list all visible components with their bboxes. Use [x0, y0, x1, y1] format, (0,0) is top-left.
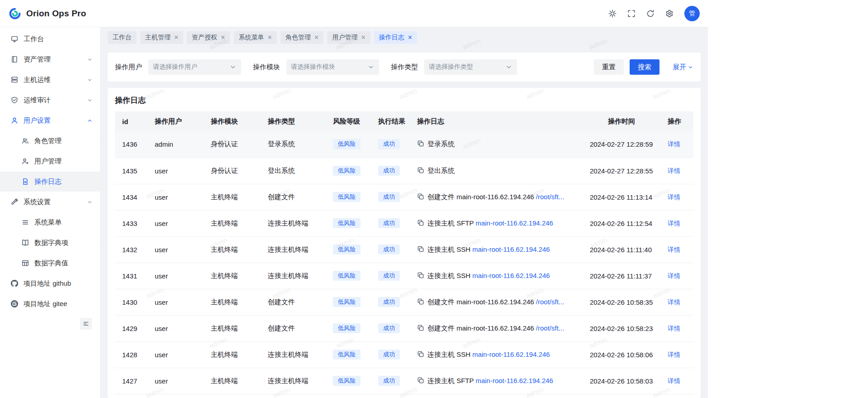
- log-link[interactable]: main-root-116.62.194.246: [472, 272, 550, 279]
- tab-host-management[interactable]: 主机管理×: [140, 31, 183, 44]
- tab-label: 角色管理: [285, 34, 311, 42]
- tab-close-icon[interactable]: ×: [221, 34, 225, 41]
- sidebar-item-data-dict-item[interactable]: 数据字典项: [0, 233, 100, 253]
- detail-link[interactable]: 详情: [668, 272, 680, 279]
- log-link[interactable]: main-root-116.62.194.246: [475, 377, 553, 384]
- tab-close-icon[interactable]: ×: [268, 34, 272, 41]
- detail-link[interactable]: 详情: [668, 351, 680, 358]
- tab-close-icon[interactable]: ×: [314, 34, 318, 41]
- table-row: 1433user主机终端连接主机终端低风险成功连接主机 SFTP main-ro…: [115, 210, 693, 236]
- tab-system-menu[interactable]: 系统菜单×: [234, 31, 277, 44]
- risk-badge: 低风险: [333, 245, 360, 255]
- sidebar-item-system-settings[interactable]: 系统设置: [0, 192, 100, 212]
- detail-link[interactable]: 详情: [668, 167, 680, 174]
- list-icon: [22, 219, 29, 226]
- cell-action: 详情: [660, 289, 693, 315]
- cell-user: user: [147, 289, 204, 315]
- settings-button[interactable]: [665, 10, 674, 18]
- detail-link[interactable]: 详情: [668, 246, 680, 253]
- cell-time: 2024-02-26 11:12:54: [583, 210, 660, 236]
- app-layout: 工作台资产管理主机运维运维审计用户设置角色管理用户管理操作日志系统设置系统菜单数…: [0, 27, 708, 398]
- sidebar-item-system-menu[interactable]: 系统菜单: [0, 212, 100, 232]
- cell-type: 创建文件: [261, 315, 326, 341]
- cell-id: 1436: [115, 131, 147, 158]
- detail-link[interactable]: 详情: [668, 298, 680, 306]
- log-link[interactable]: main-root-116.62.194.246: [472, 245, 550, 253]
- sidebar-item-operation-log[interactable]: 操作日志: [0, 172, 100, 192]
- tab-operation-log[interactable]: 操作日志×: [374, 31, 417, 44]
- cell-id: 1432: [115, 236, 147, 263]
- tab-role-management[interactable]: 角色管理×: [280, 31, 323, 44]
- sidebar-item-label: 用户设置: [24, 116, 51, 125]
- tab-close-icon[interactable]: ×: [174, 34, 178, 41]
- risk-badge: 低风险: [333, 166, 360, 176]
- cell-risk: 低风险: [326, 289, 371, 315]
- detail-link[interactable]: 详情: [668, 220, 680, 227]
- tab-user-management[interactable]: 用户管理×: [327, 31, 370, 44]
- log-text: 登出系统: [427, 167, 455, 174]
- sidebar-item-host-ops[interactable]: 主机运维: [0, 70, 100, 90]
- search-button[interactable]: 搜索: [630, 59, 659, 75]
- sidebar-item-user-management[interactable]: 用户管理: [0, 151, 100, 171]
- theme-toggle-button[interactable]: [608, 10, 617, 18]
- sidebar-collapse-button[interactable]: [80, 318, 92, 330]
- cell-id: 1431: [115, 263, 147, 289]
- copy-icon: [417, 193, 424, 200]
- detail-link[interactable]: 详情: [668, 140, 680, 148]
- log-link[interactable]: main-root-116.62.194.246: [472, 350, 550, 358]
- tab-workbench[interactable]: 工作台: [108, 31, 137, 44]
- operation-type-select[interactable]: 请选择操作类型: [424, 59, 517, 75]
- tab-label: 主机管理: [145, 34, 171, 42]
- user-icon: [11, 117, 18, 124]
- cell-module: 主机终端: [204, 263, 261, 289]
- cell-user: user: [147, 263, 204, 289]
- log-link[interactable]: main-root-116.62.194.246: [475, 219, 553, 227]
- sidebar-item-user-settings[interactable]: 用户设置: [0, 110, 100, 130]
- operation-module-select[interactable]: 请选择操作模块: [286, 59, 379, 75]
- reset-button[interactable]: 重置: [594, 59, 624, 75]
- user-add-icon: [22, 158, 29, 165]
- log-link[interactable]: /root/sft...: [536, 193, 564, 201]
- filter-operation-type: 操作类型请选择操作类型: [391, 59, 517, 75]
- log-link[interactable]: /root/sft...: [536, 324, 564, 332]
- tab-asset-authorization[interactable]: 资产授权×: [187, 31, 230, 44]
- tab-close-icon[interactable]: ×: [408, 34, 412, 41]
- cell-log: 创建文件 main-root-116.62.194.246 /root/sft.…: [410, 184, 583, 210]
- cell-id: 1433: [115, 210, 147, 236]
- cell-module: 主机终端: [204, 210, 261, 236]
- sidebar-item-gitee-link[interactable]: 项目地址 gitee: [0, 294, 100, 314]
- fullscreen-button[interactable]: [627, 10, 636, 18]
- sidebar-item-workbench[interactable]: 工作台: [0, 29, 100, 49]
- cell-log: 创建文件 main-root-116.62.194.246 /root/sft.…: [410, 289, 583, 315]
- sidebar-item-label: 工作台: [24, 35, 44, 43]
- table-row: 1434user主机终端创建文件低风险成功创建文件 main-root-116.…: [115, 184, 693, 210]
- sidebar-item-label: 系统菜单: [34, 218, 62, 227]
- operation-log-table: id操作用户操作模块操作类型风险等级执行结果操作日志操作时间操作 1436adm…: [115, 111, 693, 394]
- result-badge: 成功: [378, 297, 400, 307]
- cell-user: user: [147, 210, 204, 236]
- sidebar-item-github-link[interactable]: 项目地址 github: [0, 273, 100, 293]
- detail-link[interactable]: 详情: [668, 325, 680, 332]
- sidebar-item-role-management[interactable]: 角色管理: [0, 131, 100, 151]
- logo-icon: [8, 7, 22, 20]
- column-header: 操作时间: [583, 111, 660, 131]
- cell-id: 1428: [115, 341, 147, 368]
- operator-user-select[interactable]: 请选择操作用户: [148, 59, 241, 75]
- sidebar-item-ops-audit[interactable]: 运维审计: [0, 90, 100, 110]
- cell-time: 2024-02-26 10:58:35: [583, 289, 660, 315]
- detail-link[interactable]: 详情: [668, 377, 680, 384]
- cell-time: 2024-02-26 10:58:03: [583, 368, 660, 394]
- result-badge: 成功: [378, 139, 400, 149]
- sidebar-item-asset-management[interactable]: 资产管理: [0, 49, 100, 69]
- cell-result: 成功: [371, 131, 410, 158]
- user-avatar[interactable]: 管: [684, 6, 700, 21]
- refresh-button[interactable]: [646, 10, 655, 18]
- detail-link[interactable]: 详情: [668, 193, 680, 201]
- tab-close-icon[interactable]: ×: [361, 34, 365, 41]
- app-header: Orion Ops Pro 管: [0, 0, 708, 27]
- expand-toggle[interactable]: 展开: [673, 63, 693, 72]
- log-link[interactable]: /root/sft...: [536, 298, 564, 306]
- sidebar-item-data-dict-value[interactable]: 数据字典值: [0, 253, 100, 273]
- chevron-up-icon: [87, 118, 93, 124]
- chevron-down-icon: [87, 97, 93, 103]
